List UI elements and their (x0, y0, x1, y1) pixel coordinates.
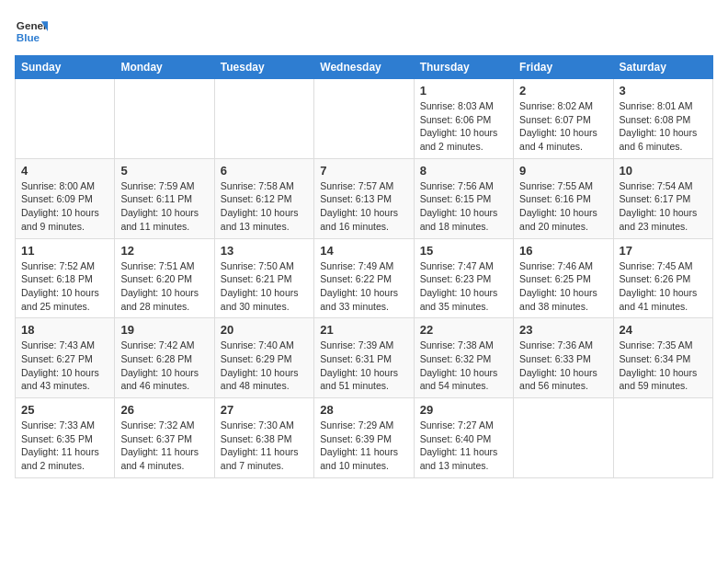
day-number: 22 (420, 323, 507, 337)
calendar-cell: 13Sunrise: 7:50 AM Sunset: 6:21 PM Dayli… (214, 238, 313, 318)
calendar-week-row: 18Sunrise: 7:43 AM Sunset: 6:27 PM Dayli… (16, 318, 713, 398)
day-number: 26 (120, 403, 208, 417)
day-info: Sunrise: 8:00 AM Sunset: 6:09 PM Dayligh… (21, 179, 108, 234)
weekday-header: Saturday (613, 56, 712, 79)
day-number: 17 (620, 244, 707, 258)
day-number: 29 (420, 403, 507, 417)
calendar-cell: 8Sunrise: 7:56 AM Sunset: 6:15 PM Daylig… (414, 158, 513, 238)
day-number: 11 (21, 244, 108, 258)
day-info: Sunrise: 7:57 AM Sunset: 6:13 PM Dayligh… (320, 179, 407, 234)
day-info: Sunrise: 7:42 AM Sunset: 6:28 PM Dayligh… (120, 339, 208, 393)
day-info: Sunrise: 7:38 AM Sunset: 6:32 PM Dayligh… (420, 339, 507, 393)
day-info: Sunrise: 7:43 AM Sunset: 6:27 PM Dayligh… (21, 339, 108, 393)
calendar-cell: 14Sunrise: 7:49 AM Sunset: 6:22 PM Dayli… (314, 238, 414, 318)
calendar-week-row: 4Sunrise: 8:00 AM Sunset: 6:09 PM Daylig… (16, 158, 713, 238)
day-info: Sunrise: 7:29 AM Sunset: 6:39 PM Dayligh… (320, 419, 407, 473)
calendar-cell: 5Sunrise: 7:59 AM Sunset: 6:11 PM Daylig… (115, 158, 214, 238)
day-number: 12 (120, 244, 208, 258)
day-number: 27 (221, 403, 308, 417)
day-info: Sunrise: 7:49 AM Sunset: 6:22 PM Dayligh… (320, 259, 407, 314)
calendar-cell: 17Sunrise: 7:45 AM Sunset: 6:26 PM Dayli… (613, 238, 712, 318)
calendar-cell (16, 79, 115, 159)
calendar-cell: 21Sunrise: 7:39 AM Sunset: 6:31 PM Dayli… (314, 318, 414, 398)
weekday-header: Friday (514, 56, 613, 79)
calendar-week-row: 11Sunrise: 7:52 AM Sunset: 6:18 PM Dayli… (16, 238, 713, 318)
calendar-cell (214, 79, 313, 159)
day-info: Sunrise: 7:59 AM Sunset: 6:11 PM Dayligh… (120, 179, 208, 234)
calendar-cell: 22Sunrise: 7:38 AM Sunset: 6:32 PM Dayli… (414, 318, 513, 398)
day-number: 7 (320, 164, 407, 178)
day-number: 16 (519, 244, 607, 258)
day-number: 2 (519, 84, 607, 98)
calendar-cell: 27Sunrise: 7:30 AM Sunset: 6:38 PM Dayli… (214, 398, 313, 478)
day-number: 4 (21, 164, 108, 178)
logo-icon: General Blue (15, 15, 48, 48)
day-info: Sunrise: 7:27 AM Sunset: 6:40 PM Dayligh… (420, 419, 507, 473)
day-info: Sunrise: 7:33 AM Sunset: 6:35 PM Dayligh… (21, 419, 108, 473)
weekday-header: Wednesday (314, 56, 414, 79)
calendar-week-row: 25Sunrise: 7:33 AM Sunset: 6:35 PM Dayli… (16, 398, 713, 478)
day-info: Sunrise: 7:54 AM Sunset: 6:17 PM Dayligh… (620, 179, 707, 234)
calendar-cell (613, 398, 712, 478)
day-info: Sunrise: 7:36 AM Sunset: 6:33 PM Dayligh… (519, 339, 607, 393)
day-number: 21 (320, 323, 407, 337)
day-number: 20 (221, 323, 308, 337)
calendar-week-row: 1Sunrise: 8:03 AM Sunset: 6:06 PM Daylig… (16, 79, 713, 159)
day-info: Sunrise: 7:39 AM Sunset: 6:31 PM Dayligh… (320, 339, 407, 393)
calendar-cell: 19Sunrise: 7:42 AM Sunset: 6:28 PM Dayli… (115, 318, 214, 398)
day-info: Sunrise: 7:52 AM Sunset: 6:18 PM Dayligh… (21, 259, 108, 314)
day-info: Sunrise: 7:40 AM Sunset: 6:29 PM Dayligh… (221, 339, 308, 393)
calendar-cell: 29Sunrise: 7:27 AM Sunset: 6:40 PM Dayli… (414, 398, 513, 478)
day-number: 23 (519, 323, 607, 337)
calendar-header-row: SundayMondayTuesdayWednesdayThursdayFrid… (16, 56, 713, 79)
page-header: General Blue (15, 15, 713, 48)
calendar-cell: 2Sunrise: 8:02 AM Sunset: 6:07 PM Daylig… (514, 79, 613, 159)
day-number: 6 (221, 164, 308, 178)
calendar-cell: 23Sunrise: 7:36 AM Sunset: 6:33 PM Dayli… (514, 318, 613, 398)
calendar-cell: 6Sunrise: 7:58 AM Sunset: 6:12 PM Daylig… (214, 158, 313, 238)
day-number: 14 (320, 244, 407, 258)
calendar-cell: 11Sunrise: 7:52 AM Sunset: 6:18 PM Dayli… (16, 238, 115, 318)
day-number: 5 (120, 164, 208, 178)
day-info: Sunrise: 7:51 AM Sunset: 6:20 PM Dayligh… (120, 259, 208, 314)
weekday-header: Sunday (16, 56, 115, 79)
calendar-cell: 18Sunrise: 7:43 AM Sunset: 6:27 PM Dayli… (16, 318, 115, 398)
weekday-header: Thursday (414, 56, 513, 79)
day-number: 28 (320, 403, 407, 417)
day-info: Sunrise: 7:58 AM Sunset: 6:12 PM Dayligh… (221, 179, 308, 234)
day-number: 18 (21, 323, 108, 337)
day-info: Sunrise: 8:03 AM Sunset: 6:06 PM Dayligh… (420, 99, 507, 154)
day-info: Sunrise: 7:30 AM Sunset: 6:38 PM Dayligh… (221, 419, 308, 473)
day-number: 19 (120, 323, 208, 337)
day-number: 1 (420, 84, 507, 98)
calendar-cell: 10Sunrise: 7:54 AM Sunset: 6:17 PM Dayli… (613, 158, 712, 238)
day-number: 3 (620, 84, 707, 98)
day-info: Sunrise: 7:35 AM Sunset: 6:34 PM Dayligh… (620, 339, 707, 393)
day-info: Sunrise: 7:47 AM Sunset: 6:23 PM Dayligh… (420, 259, 507, 314)
day-number: 15 (420, 244, 507, 258)
calendar-cell: 15Sunrise: 7:47 AM Sunset: 6:23 PM Dayli… (414, 238, 513, 318)
day-info: Sunrise: 7:50 AM Sunset: 6:21 PM Dayligh… (221, 259, 308, 314)
calendar-cell: 20Sunrise: 7:40 AM Sunset: 6:29 PM Dayli… (214, 318, 313, 398)
calendar-cell: 24Sunrise: 7:35 AM Sunset: 6:34 PM Dayli… (613, 318, 712, 398)
day-info: Sunrise: 7:55 AM Sunset: 6:16 PM Dayligh… (519, 179, 607, 234)
svg-text:Blue: Blue (17, 31, 40, 43)
day-info: Sunrise: 7:56 AM Sunset: 6:15 PM Dayligh… (420, 179, 507, 234)
calendar-cell: 4Sunrise: 8:00 AM Sunset: 6:09 PM Daylig… (16, 158, 115, 238)
calendar-cell: 26Sunrise: 7:32 AM Sunset: 6:37 PM Dayli… (115, 398, 214, 478)
svg-text:General: General (17, 19, 48, 31)
day-number: 8 (420, 164, 507, 178)
calendar-cell: 3Sunrise: 8:01 AM Sunset: 6:08 PM Daylig… (613, 79, 712, 159)
calendar-cell: 7Sunrise: 7:57 AM Sunset: 6:13 PM Daylig… (314, 158, 414, 238)
day-number: 10 (620, 164, 707, 178)
calendar-cell (314, 79, 414, 159)
day-info: Sunrise: 8:02 AM Sunset: 6:07 PM Dayligh… (519, 99, 607, 154)
calendar-cell (115, 79, 214, 159)
logo: General Blue (15, 15, 48, 48)
calendar-cell: 12Sunrise: 7:51 AM Sunset: 6:20 PM Dayli… (115, 238, 214, 318)
calendar-cell: 9Sunrise: 7:55 AM Sunset: 6:16 PM Daylig… (514, 158, 613, 238)
day-info: Sunrise: 7:45 AM Sunset: 6:26 PM Dayligh… (620, 259, 707, 314)
day-number: 24 (620, 323, 707, 337)
day-info: Sunrise: 8:01 AM Sunset: 6:08 PM Dayligh… (620, 99, 707, 154)
calendar-table: SundayMondayTuesdayWednesdayThursdayFrid… (15, 55, 713, 478)
